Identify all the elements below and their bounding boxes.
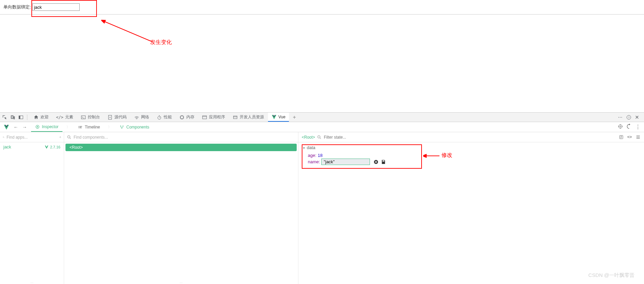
tab-elements[interactable]: </>元素: [53, 113, 77, 122]
tab-sources[interactable]: 源代码: [104, 113, 130, 122]
devtools-panel: 欢迎 </>元素 控制台 源代码 网络 性能 内存 应用程序 开发人员资源 Vu…: [0, 112, 644, 284]
dock-icon[interactable]: [18, 115, 24, 120]
tab-console[interactable]: 控制台: [77, 113, 103, 122]
prop-age: age: 18: [308, 153, 635, 158]
svg-text:?: ?: [628, 116, 630, 119]
devtools-tabbar: 欢迎 </>元素 控制台 源代码 网络 性能 内存 应用程序 开发人员资源 Vu…: [0, 113, 644, 122]
root-component[interactable]: <Root>: [65, 144, 297, 151]
state-panel: <Root> <> ▼data age: 18 name:: [298, 132, 644, 284]
nav-back-icon[interactable]: ←: [14, 124, 18, 130]
svg-rect-10: [233, 116, 237, 119]
app-name: jack: [3, 144, 11, 149]
target-icon[interactable]: [618, 124, 623, 129]
svg-point-16: [123, 125, 124, 126]
app-version: 2.7.16: [45, 145, 60, 149]
tab-vue[interactable]: Vue: [268, 113, 289, 122]
binding-label: 单向数据绑定:: [3, 4, 31, 10]
tab-devres[interactable]: 开发人员资源: [229, 113, 267, 122]
tab-memory[interactable]: 内存: [176, 113, 198, 122]
svg-point-19: [620, 126, 621, 127]
scroll-icon[interactable]: [619, 135, 624, 140]
help-icon[interactable]: ?: [626, 115, 632, 120]
state-header: <Root> <>: [298, 132, 644, 142]
tab-welcome[interactable]: 欢迎: [30, 113, 52, 122]
subtab-timeline[interactable]: Timeline: [74, 122, 104, 132]
inspect-icon[interactable]: [2, 115, 7, 120]
prop-key-name: name:: [308, 159, 320, 164]
components-search-input[interactable]: [74, 135, 295, 140]
svg-point-5: [109, 117, 110, 118]
prop-val-age[interactable]: 18: [318, 153, 322, 158]
svg-rect-3: [81, 116, 85, 119]
chevron-icon: 〉: [108, 125, 111, 129]
code-icon[interactable]: <>: [627, 135, 632, 140]
svg-rect-9: [203, 116, 207, 119]
svg-rect-8: [181, 116, 183, 119]
state-filter-input[interactable]: [324, 135, 617, 140]
vue-toolbar: ← → Inspector 〉 Timeline 〉 Components ⋮: [0, 122, 644, 132]
tab-application[interactable]: 应用程序: [198, 113, 229, 122]
close-icon[interactable]: ✕: [635, 114, 639, 120]
svg-point-21: [68, 136, 70, 138]
svg-point-17: [122, 128, 122, 128]
more-icon[interactable]: ⋯: [618, 115, 623, 120]
prop-edit-input[interactable]: [321, 159, 370, 165]
data-section: ▼data age: 18 name:: [298, 142, 644, 172]
state-root-tag: <Root>: [302, 135, 315, 140]
components-search-row: [64, 132, 298, 142]
tab-add[interactable]: +: [290, 113, 299, 122]
annotation-label-2: 修改: [441, 152, 452, 159]
apps-panel: jack 2.7.16 ⋯: [0, 132, 64, 284]
search-icon: [3, 135, 5, 140]
panels-row: jack 2.7.16 ⋯ <Root> ⋯ <Root>: [0, 132, 644, 284]
tab-network[interactable]: 网络: [131, 113, 153, 122]
apps-refresh-icon[interactable]: [59, 135, 61, 140]
menu-icon[interactable]: [636, 135, 641, 140]
vue-logo-icon: [3, 124, 9, 130]
chevron-icon: 〉: [66, 125, 70, 129]
svg-point-15: [120, 125, 121, 126]
refresh-icon[interactable]: [626, 124, 632, 129]
svg-point-20: [3, 137, 4, 138]
save-edit-icon[interactable]: [381, 159, 386, 165]
apps-search-row: [0, 132, 64, 142]
binding-row: 单向数据绑定:: [3, 3, 641, 11]
device-icon[interactable]: [10, 115, 16, 120]
svg-point-18: [619, 125, 622, 128]
data-props: age: 18 name:: [302, 150, 640, 169]
subtab-components[interactable]: Components: [115, 122, 153, 132]
svg-point-6: [136, 119, 137, 119]
annotation-label-1: 发生变化: [150, 39, 172, 46]
cancel-edit-icon[interactable]: [373, 159, 379, 165]
resize-handle[interactable]: ⋯: [29, 281, 35, 283]
search-icon: [317, 135, 322, 140]
prop-key-age: age:: [308, 153, 316, 158]
apps-search-input[interactable]: [7, 135, 57, 140]
devtools-icon-group: [2, 115, 27, 120]
subtab-inspector[interactable]: Inspector: [31, 122, 62, 132]
app-item[interactable]: jack 2.7.16: [0, 142, 64, 151]
components-panel: <Root> ⋯: [64, 132, 298, 284]
svg-line-0: [104, 21, 152, 42]
svg-rect-2: [19, 116, 20, 119]
search-icon: [67, 135, 72, 140]
svg-point-22: [318, 136, 320, 138]
svg-point-14: [37, 126, 38, 127]
watermark: CSDN @一叶飘零晋: [588, 272, 635, 279]
kebab-icon[interactable]: ⋮: [635, 124, 641, 130]
nav-forward-icon[interactable]: →: [22, 124, 27, 130]
data-toggle[interactable]: ▼data: [302, 145, 315, 150]
prop-name: name:: [308, 159, 635, 165]
page-viewport: 单向数据绑定:: [0, 0, 644, 15]
resize-handle[interactable]: ⋯: [178, 281, 184, 283]
tab-performance[interactable]: 性能: [153, 113, 175, 122]
binding-input[interactable]: [32, 3, 80, 11]
